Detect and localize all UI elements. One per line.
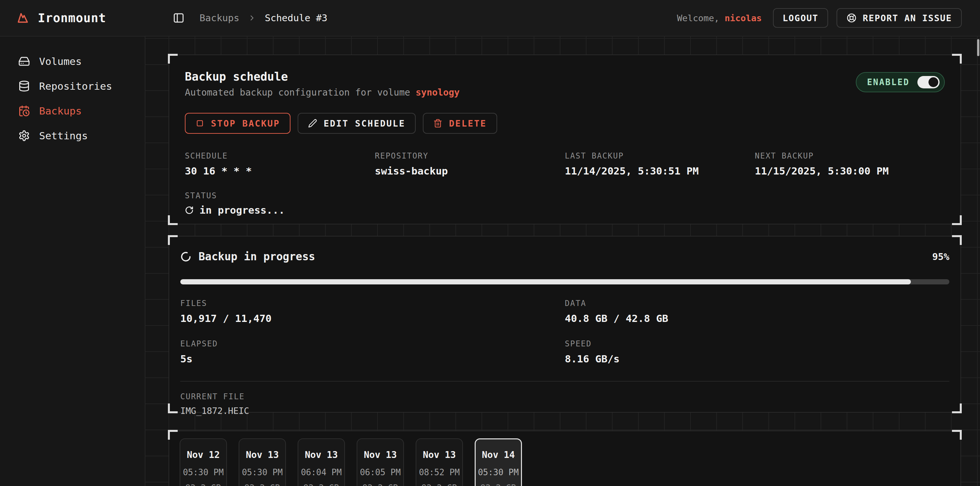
stop-square-icon [195,119,204,128]
chevron-right-icon [248,14,256,22]
schedule-actions: STOP BACKUP EDIT SCHEDULE DELETE [185,113,945,134]
field-next-backup: NEXT BACKUP 11/15/2025, 5:30:00 PM [755,151,945,177]
corner-bracket [168,430,178,440]
volume-name: synology [416,87,460,98]
delete-button[interactable]: DELETE [423,113,497,134]
enabled-label: ENABLED [867,77,910,87]
loader-icon [180,251,191,262]
corner-bracket [168,403,178,413]
snapshot-card-selected[interactable]: Nov 14 05:30 PM 92.2 GB [475,438,522,486]
panel-subtitle: Automated backup configuration for volum… [185,87,460,98]
schedule-fields: SCHEDULE 30 16 * * * REPOSITORY swiss-ba… [185,151,945,177]
corner-bracket [168,235,178,245]
brand: Ironmount [16,10,145,26]
welcome-text: Welcome, nicolas [677,13,762,23]
stat-speed: SPEED 8.16 GB/s [565,339,950,365]
snapshot-card[interactable]: Nov 12 05:30 PM 92.2 GB [180,438,227,486]
breadcrumb-current: Schedule #3 [265,13,327,24]
corner-bracket [952,235,962,245]
current-file-block: CURRENT FILE IMG_1872.HEIC [180,381,949,416]
sidebar-item-label: Settings [39,130,88,142]
rotate-cw-icon [185,206,194,215]
header-right: Welcome, nicolas LOGOUT REPORT AN ISSUE [677,8,962,28]
snapshots-panel: Nov 12 05:30 PM 92.2 GB Nov 13 05:30 PM … [169,430,961,486]
status-value: in progress... [185,204,945,216]
backup-schedule-panel: Backup schedule Automated backup configu… [169,54,961,225]
corner-bracket [168,54,178,64]
sidebar-item-repositories[interactable]: Repositories [0,74,145,99]
breadcrumb: Backups Schedule #3 [199,13,327,24]
username: nicolas [725,13,762,23]
corner-bracket [952,403,962,413]
hard-drive-icon [18,56,30,67]
stat-files: FILES 10,917 / 11,470 [180,299,565,324]
body-row: Volumes Repositories Backups [0,37,980,486]
progress-title: Backup in progress [180,250,315,263]
snapshot-card[interactable]: Nov 13 06:04 PM 92.2 GB [298,438,345,486]
corner-bracket [952,54,962,64]
snapshot-card[interactable]: Nov 13 05:30 PM 92.2 GB [239,438,286,486]
progress-percent: 95% [932,251,949,262]
corner-bracket [952,430,962,440]
sidebar-item-settings[interactable]: Settings [0,123,145,148]
progress-stats: FILES 10,917 / 11,470 DATA 40.8 GB / 42.… [180,299,949,365]
sidebar-toggle-icon[interactable] [173,12,185,24]
status-label: STATUS [185,191,945,200]
corner-bracket [952,215,962,225]
top-bar: Ironmount Backups Schedule #3 Welcome, n… [0,0,980,37]
sidebar-item-label: Backups [39,105,82,117]
field-schedule: SCHEDULE 30 16 * * * [185,151,375,177]
current-file-label: CURRENT FILE [180,392,949,401]
enabled-toggle[interactable]: ENABLED [856,72,945,92]
field-repository: REPOSITORY swiss-backup [375,151,565,177]
edit-schedule-button[interactable]: EDIT SCHEDULE [298,113,416,134]
lifebuoy-icon [846,13,857,23]
app-root: Ironmount Backups Schedule #3 Welcome, n… [0,0,980,486]
progress-fill [180,279,911,284]
snapshot-cards: Nov 12 05:30 PM 92.2 GB Nov 13 05:30 PM … [180,438,950,486]
gear-icon [18,130,30,142]
stat-data: DATA 40.8 GB / 42.8 GB [565,299,950,324]
field-last-backup: LAST BACKUP 11/14/2025, 5:30:51 PM [565,151,755,177]
progress-bar [180,279,949,284]
toggle-switch[interactable] [917,76,940,88]
snapshot-card[interactable]: Nov 13 08:52 PM 92.2 GB [416,438,463,486]
content-column: Backup schedule Automated backup configu… [169,54,961,486]
breadcrumb-section[interactable]: Backups [199,13,239,24]
corner-bracket [168,215,178,225]
trash-icon [433,119,442,128]
report-issue-button[interactable]: REPORT AN ISSUE [837,8,962,28]
header-center: Backups Schedule #3 [145,12,327,24]
sidebar-item-volumes[interactable]: Volumes [0,49,145,74]
stat-elapsed: ELAPSED 5s [180,339,565,365]
database-icon [18,80,30,92]
sidebar-item-label: Repositories [39,80,112,92]
mountain-logo-icon [16,10,30,26]
current-file-value: IMG_1872.HEIC [180,406,949,416]
status-block: STATUS in progress... [185,191,945,216]
pencil-icon [308,119,317,128]
stop-backup-button[interactable]: STOP BACKUP [185,113,291,134]
logout-button[interactable]: LOGOUT [773,8,829,28]
scrollbar-thumb[interactable] [977,39,979,56]
sidebar-item-backups[interactable]: Backups [0,99,145,123]
sidebar: Volumes Repositories Backups [0,37,145,486]
main-area: Backup schedule Automated backup configu… [145,37,980,486]
panel-title: Backup schedule [185,70,460,83]
brand-name: Ironmount [38,11,106,25]
snapshot-card[interactable]: Nov 13 06:05 PM 92.2 GB [357,438,404,486]
backup-progress-panel: Backup in progress 95% FILES 10,917 / 11… [169,236,961,413]
sidebar-item-label: Volumes [39,56,82,67]
calendar-clock-icon [18,105,30,117]
